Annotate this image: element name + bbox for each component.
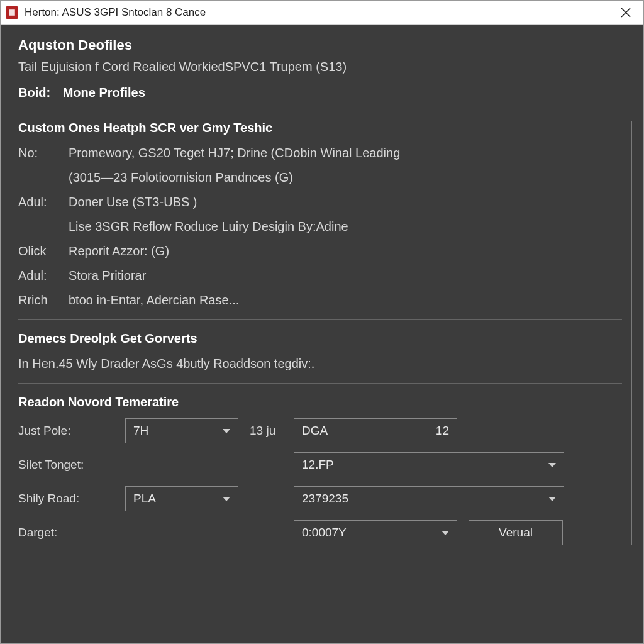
row-adul2-value: Stora Pritiorar bbox=[69, 267, 622, 285]
just-pole-combo-value: 7H bbox=[133, 424, 148, 438]
close-icon bbox=[620, 7, 631, 18]
readon-title: Readon Novord Temeratire bbox=[18, 395, 622, 409]
darget-combo[interactable]: 0:0007Y bbox=[294, 520, 457, 545]
inner-divider-1 bbox=[18, 319, 622, 320]
shily-combo-2[interactable]: 2379235 bbox=[294, 486, 564, 511]
demecs-title: Demecs Dreolpk Get Gorverts bbox=[18, 331, 622, 346]
silet-label: Silet Tonget: bbox=[18, 458, 125, 472]
just-pole-label: Just Pole: bbox=[18, 424, 125, 438]
shily-combo-1-value: PLA bbox=[133, 492, 156, 506]
demecs-text-row: In Hen.45 Wly Drader AsGs 4butly Roaddso… bbox=[18, 355, 622, 373]
demecs-text: In Hen.45 Wly Drader AsGs 4butly Roaddso… bbox=[18, 355, 622, 373]
window-title: Herton: ASUS 3GPI Sntoclan 8 Cance bbox=[25, 6, 613, 19]
row-no-label: No: bbox=[18, 144, 69, 162]
row-olick-label: Olick bbox=[18, 242, 69, 260]
row-olick: Olick Reporit Azzor: (G) bbox=[18, 242, 622, 260]
inner-divider-2 bbox=[18, 383, 622, 384]
row-adul2-label: Adul: bbox=[18, 267, 69, 285]
shily-label: Shily Road: bbox=[18, 492, 125, 506]
row-darget: Darget: 0:0007Y Verual bbox=[18, 520, 622, 545]
darget-label: Darget: bbox=[18, 526, 125, 540]
header-title: Aquston Deofiles bbox=[18, 37, 626, 53]
silet-combo-value: 12.FP bbox=[302, 458, 334, 472]
close-button[interactable] bbox=[613, 1, 638, 25]
titlebar: Herton: ASUS 3GPI Sntoclan 8 Cance bbox=[1, 1, 643, 25]
boid-row: Boid: Mone Profiles bbox=[18, 86, 626, 100]
row-no-value: Promewory, GS20 Teget HJ7; Drine (CDobin… bbox=[69, 144, 622, 162]
row-no: No: Promewory, GS20 Teget HJ7; Drine (CD… bbox=[18, 144, 622, 162]
just-pole-combo[interactable]: 7H bbox=[125, 418, 238, 443]
row-adul1-cont: Lise 3SGR Reflow Roduce Luiry Desigin By… bbox=[69, 218, 622, 236]
row-rrich: Rrich btoo in-Entar, Adercian Rase... bbox=[18, 291, 622, 309]
header-subtitle: Tail Eujuision f Cord Realied WorkiedSPV… bbox=[18, 60, 626, 74]
row-rrich-label: Rrich bbox=[18, 291, 69, 309]
shily-combo-2-value: 2379235 bbox=[302, 492, 348, 506]
svg-rect-0 bbox=[9, 9, 15, 16]
custom-section: Custom Ones Heatph SCR ver Gmy Teshic No… bbox=[18, 121, 632, 545]
just-pole-box[interactable]: DGA 12 bbox=[294, 418, 457, 443]
chevron-down-icon bbox=[223, 429, 230, 433]
row-rrich-value: btoo in-Entar, Adercian Rase... bbox=[69, 291, 622, 309]
row-shily: Shily Road: PLA 2379235 bbox=[18, 486, 622, 511]
dialog-window: Herton: ASUS 3GPI Sntoclan 8 Cance Aqust… bbox=[0, 0, 644, 644]
chevron-down-icon bbox=[548, 463, 556, 467]
darget-combo-value: 0:0007Y bbox=[302, 526, 347, 540]
row-adul1-label: Adul: bbox=[18, 193, 69, 211]
row-adul1-value: Doner Use (ST3-UBS ) bbox=[69, 193, 622, 211]
shily-combo-1[interactable]: PLA bbox=[125, 486, 238, 511]
boid-value: Mone Profiles bbox=[63, 86, 145, 99]
verual-button[interactable]: Verual bbox=[469, 520, 563, 545]
row-just-pole: Just Pole: 7H 13 ju DGA 12 bbox=[18, 418, 622, 443]
custom-section-title: Custom Ones Heatph SCR ver Gmy Teshic bbox=[18, 121, 622, 135]
verual-button-label: Verual bbox=[499, 526, 533, 540]
row-no-cont: (3015—23 Folotioomision Pandnces (G) bbox=[69, 169, 622, 187]
chevron-down-icon bbox=[223, 497, 230, 501]
just-pole-mid: 13 ju bbox=[250, 424, 294, 438]
chevron-down-icon bbox=[441, 531, 449, 535]
silet-combo[interactable]: 12.FP bbox=[294, 452, 564, 477]
app-icon bbox=[6, 6, 18, 19]
row-adul1: Adul: Doner Use (ST3-UBS ) bbox=[18, 193, 622, 211]
boid-label: Boid: bbox=[18, 86, 50, 99]
content-area: Aquston Deofiles Tail Eujuision f Cord R… bbox=[1, 25, 643, 643]
row-adul2: Adul: Stora Pritiorar bbox=[18, 267, 622, 285]
just-pole-box-value: DGA bbox=[302, 424, 328, 438]
divider bbox=[18, 109, 626, 109]
row-silet: Silet Tonget: 12.FP bbox=[18, 452, 622, 477]
row-olick-value: Reporit Azzor: (G) bbox=[69, 242, 622, 260]
just-pole-box-num: 12 bbox=[436, 424, 449, 438]
chevron-down-icon bbox=[548, 497, 556, 501]
